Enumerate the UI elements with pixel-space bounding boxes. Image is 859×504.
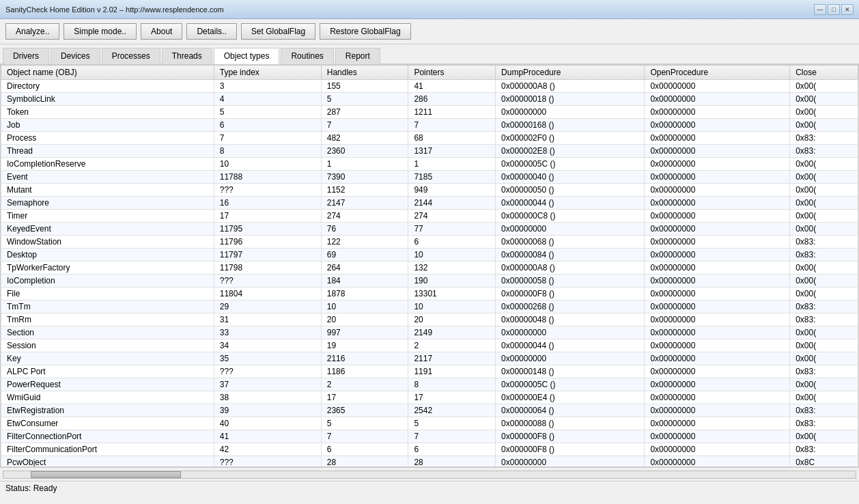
table-row[interactable]: Semaphore16214721440x00000044 ()0x000000… [1, 197, 858, 210]
table-row[interactable]: EtwRegistration39236525420x00000064 ()0x… [1, 404, 858, 417]
col-header-close[interactable]: Close [790, 66, 858, 80]
cell-4-4: 0x000002F0 () [496, 132, 645, 145]
cell-14-0: TpWorkerFactory [1, 262, 214, 275]
cell-6-0: IoCompletionReserve [1, 158, 214, 171]
tab-processes[interactable]: Processes [102, 48, 160, 64]
cell-3-4: 0x00000168 () [496, 119, 645, 132]
cell-22-3: 1191 [408, 365, 496, 378]
table-row[interactable]: Token528712110x000000000x000000000x00( [1, 106, 858, 119]
table-row[interactable]: File118041878133010x000000F8 ()0x0000000… [1, 288, 858, 300]
maximize-button[interactable]: □ [828, 4, 840, 15]
cell-8-2: 1152 [321, 184, 408, 197]
col-header-pointers[interactable]: Pointers [408, 66, 496, 80]
cell-28-2: 6 [321, 443, 408, 456]
cell-2-1: 5 [214, 106, 321, 119]
title-bar: SanityCheck Home Edition v 2.02 – http:/… [0, 0, 859, 19]
toolbar-btn-set-globalflag[interactable]: Set GlobalFlag [241, 23, 315, 40]
table-row[interactable]: Session341920x00000044 ()0x000000000x00( [1, 339, 858, 352]
table-row[interactable]: TpWorkerFactory117982641320x000000A8 ()0… [1, 262, 858, 275]
cell-25-2: 2365 [321, 404, 408, 417]
table-row[interactable]: IoCompletion???1841900x00000058 ()0x0000… [1, 275, 858, 288]
cell-28-4: 0x000000F8 () [496, 443, 645, 456]
table-row[interactable]: Section3399721490x000000000x000000000x00… [1, 326, 858, 339]
cell-23-2: 2 [321, 378, 408, 391]
minimize-button[interactable]: — [814, 4, 826, 15]
tab-report[interactable]: Report [335, 48, 380, 64]
tab-devices[interactable]: Devices [51, 48, 100, 64]
col-header-handles[interactable]: Handles [321, 66, 408, 80]
cell-8-0: Mutant [1, 184, 214, 197]
cell-23-4: 0x0000005C () [496, 378, 645, 391]
table-row[interactable]: Process7482680x000002F0 ()0x000000000x83… [1, 132, 858, 145]
cell-26-0: EtwConsumer [1, 417, 214, 430]
horizontal-scrollbar[interactable] [3, 471, 856, 479]
table-row[interactable]: PowerRequest37280x0000005C ()0x000000000… [1, 378, 858, 391]
col-header-object-name-(obj)[interactable]: Object name (OBJ) [1, 66, 214, 80]
cell-20-6: 0x00( [790, 339, 858, 352]
table-row[interactable]: WmiGuid3817170x000000E4 ()0x000000000x00… [1, 391, 858, 404]
table-row[interactable]: ALPC Port???118611910x00000148 ()0x00000… [1, 365, 858, 378]
tab-object-types[interactable]: Object types [214, 48, 280, 64]
table-row[interactable]: TmRm3120200x00000048 ()0x000000000x83: [1, 313, 858, 326]
cell-20-2: 19 [321, 339, 408, 352]
table-row[interactable]: Key35211621170x000000000x000000000x00( [1, 352, 858, 365]
table-row[interactable]: Job6770x00000168 ()0x000000000x00( [1, 119, 858, 132]
cell-9-4: 0x00000044 () [496, 197, 645, 210]
cell-4-1: 7 [214, 132, 321, 145]
cell-10-4: 0x000000C8 () [496, 210, 645, 223]
tab-drivers[interactable]: Drivers [3, 48, 49, 64]
table-row[interactable]: WindowStation1179612260x00000068 ()0x000… [1, 236, 858, 249]
table-row[interactable]: Mutant???11529490x00000050 ()0x000000000… [1, 184, 858, 197]
toolbar-btn-analyze--[interactable]: Analyze.. [5, 23, 59, 40]
cell-1-4: 0x00000018 () [496, 93, 645, 106]
cell-12-6: 0x83: [790, 236, 858, 249]
toolbar-btn-details--[interactable]: Details.. [186, 23, 236, 40]
table-row[interactable]: Event11788739071850x00000040 ()0x0000000… [1, 171, 858, 184]
cell-21-1: 35 [214, 352, 321, 365]
table-row[interactable]: FilterCommunicationPort42660x000000F8 ()… [1, 443, 858, 456]
cell-19-4: 0x00000000 [496, 326, 645, 339]
cell-2-6: 0x00( [790, 106, 858, 119]
scroll-thumb[interactable] [31, 471, 181, 478]
table-container[interactable]: Object name (OBJ)Type indexHandlesPointe… [0, 64, 859, 467]
cell-26-5: 0x00000000 [645, 417, 790, 430]
table-row[interactable]: Timer172742740x000000C8 ()0x000000000x00… [1, 210, 858, 223]
col-header-type-index[interactable]: Type index [214, 66, 321, 80]
table-row[interactable]: TmTm2910100x00000268 ()0x000000000x83: [1, 300, 858, 313]
close-button[interactable]: ✕ [841, 4, 854, 15]
table-row[interactable]: IoCompletionReserve10110x0000005C ()0x00… [1, 158, 858, 171]
col-header-openprocedure[interactable]: OpenProcedure [645, 66, 790, 80]
cell-21-2: 2116 [321, 352, 408, 365]
table-row[interactable]: Thread8236013170x000002E8 ()0x000000000x… [1, 145, 858, 158]
toolbar-btn-restore-globalflag[interactable]: Restore GlobalFlag [320, 23, 410, 40]
table-row[interactable]: EtwConsumer40550x00000088 ()0x000000000x… [1, 417, 858, 430]
toolbar-btn-about[interactable]: About [141, 23, 182, 40]
cell-17-5: 0x00000000 [645, 300, 790, 313]
cell-26-1: 40 [214, 417, 321, 430]
tab-threads[interactable]: Threads [162, 48, 212, 64]
table-row[interactable]: Desktop1179769100x00000084 ()0x000000000… [1, 249, 858, 262]
table-row[interactable]: Directory3155410x000000A8 ()0x000000000x… [1, 80, 858, 93]
cell-11-6: 0x00( [790, 223, 858, 236]
col-header-dumpprocedure[interactable]: DumpProcedure [496, 66, 645, 80]
cell-10-3: 274 [408, 210, 496, 223]
cell-15-0: IoCompletion [1, 275, 214, 288]
table-row[interactable]: SymbolicLink452860x00000018 ()0x00000000… [1, 93, 858, 106]
table-row[interactable]: FilterConnectionPort41770x000000F8 ()0x0… [1, 430, 858, 443]
cell-8-1: ??? [214, 184, 321, 197]
toolbar-btn-simple-mode--[interactable]: Simple mode.. [64, 23, 137, 40]
cell-14-1: 11798 [214, 262, 321, 275]
cell-12-2: 122 [321, 236, 408, 249]
cell-25-4: 0x00000064 () [496, 404, 645, 417]
cell-19-1: 33 [214, 326, 321, 339]
cell-12-5: 0x00000000 [645, 236, 790, 249]
cell-22-4: 0x00000148 () [496, 365, 645, 378]
cell-18-0: TmRm [1, 313, 214, 326]
tab-routines[interactable]: Routines [281, 48, 333, 64]
table-row[interactable]: KeyedEvent1179576770x000000000x000000000… [1, 223, 858, 236]
cell-23-1: 37 [214, 378, 321, 391]
cell-16-4: 0x000000F8 () [496, 288, 645, 300]
cell-25-3: 2542 [408, 404, 496, 417]
cell-13-2: 69 [321, 249, 408, 262]
table-row[interactable]: PcwObject???28280x000000000x000000000x8C [1, 456, 858, 468]
